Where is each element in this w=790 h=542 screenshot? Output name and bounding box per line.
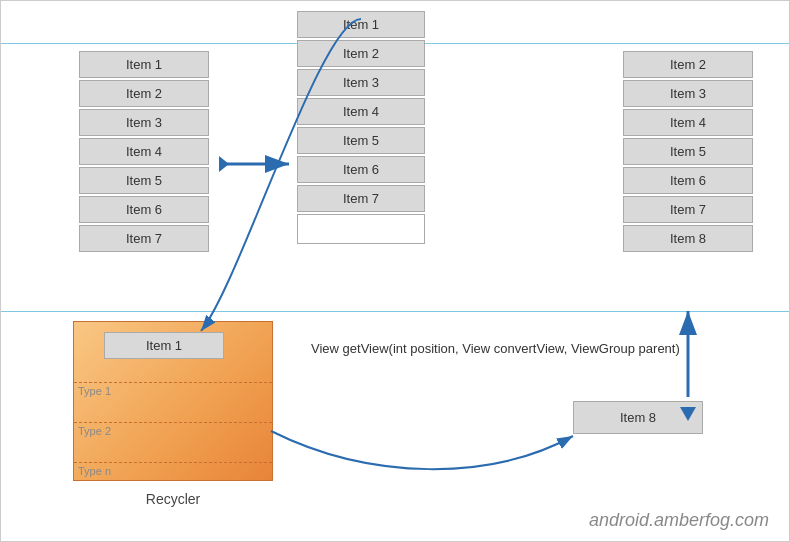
mid-item-4: Item 4	[297, 98, 425, 125]
recycler-box: Item 1 Type 1 Type 2 Type n	[73, 321, 273, 481]
left-item-7: Item 7	[79, 225, 209, 252]
right-list: Item 2 Item 3 Item 4 Item 5 Item 6 Item …	[623, 51, 753, 252]
mid-item-7: Item 7	[297, 185, 425, 212]
mid-item-6: Item 6	[297, 156, 425, 183]
left-item-2: Item 2	[79, 80, 209, 107]
left-list: Item 1 Item 2 Item 3 Item 4 Item 5 Item …	[79, 51, 209, 252]
mid-item-3: Item 3	[297, 69, 425, 96]
recycler-item1: Item 1	[104, 332, 224, 359]
right-item-4: Item 4	[623, 109, 753, 136]
left-item-1: Item 1	[79, 51, 209, 78]
brand-text: android.amberfog.com	[589, 510, 769, 531]
right-item-3: Item 3	[623, 80, 753, 107]
svg-marker-4	[219, 156, 229, 172]
mid-item-5: Item 5	[297, 127, 425, 154]
recycler-type1: Type 1	[74, 382, 272, 397]
left-item-5: Item 5	[79, 167, 209, 194]
left-item-6: Item 6	[79, 196, 209, 223]
getview-text: View getView(int position, View convertV…	[311, 341, 680, 356]
left-item-3: Item 3	[79, 109, 209, 136]
right-item-5: Item 5	[623, 138, 753, 165]
mid-list: Item 1 Item 2 Item 3 Item 4 Item 5 Item …	[297, 11, 425, 244]
right-item-7: Item 7	[623, 196, 753, 223]
left-item-4: Item 4	[79, 138, 209, 165]
item8-box: Item 8	[573, 401, 703, 434]
mid-item-1: Item 1	[297, 11, 425, 38]
mid-item-2: Item 2	[297, 40, 425, 67]
mid-item-empty	[297, 214, 425, 244]
right-item-8: Item 8	[623, 225, 753, 252]
h-line-bottom	[1, 311, 789, 312]
recycler-typen: Type n	[74, 462, 272, 477]
recycler-type2: Type 2	[74, 422, 272, 437]
right-item-6: Item 6	[623, 167, 753, 194]
right-item-2: Item 2	[623, 51, 753, 78]
recycler-label: Recycler	[73, 491, 273, 507]
